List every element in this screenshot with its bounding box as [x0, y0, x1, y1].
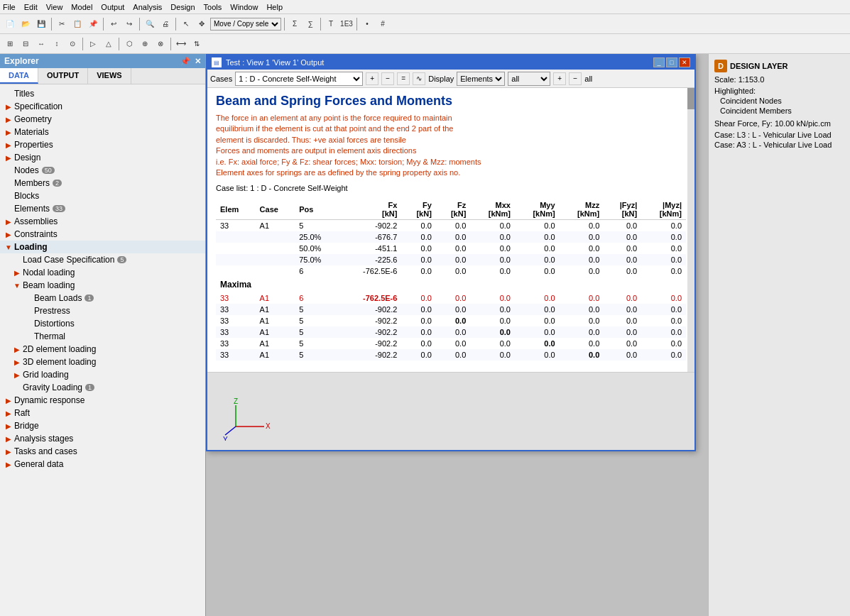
tree-item-nodal-loading[interactable]: ▶ Nodal loading: [0, 266, 205, 279]
mdi-maximize-btn[interactable]: □: [666, 57, 677, 67]
tree-item-elements[interactable]: Elements 33: [0, 202, 205, 215]
save-btn[interactable]: 💾: [34, 17, 48, 31]
tree-item-grid-loading[interactable]: ▶ Grid loading: [0, 368, 205, 381]
tb2-btn7[interactable]: △: [102, 37, 116, 51]
tree-item-loading[interactable]: ▼ Loading: [0, 241, 205, 253]
label-design: Design: [14, 153, 40, 163]
print-btn[interactable]: 🖨: [158, 17, 173, 31]
tb2-btn12[interactable]: ⇅: [190, 37, 204, 51]
explorer-pin[interactable]: 📌: [180, 57, 190, 66]
tree-item-constraints[interactable]: ▶ Constraints: [0, 228, 205, 241]
text-btn[interactable]: T: [324, 17, 338, 31]
svg-text:Z: Z: [234, 398, 238, 405]
tree-item-general-data[interactable]: ▶ General data: [0, 458, 205, 471]
tree-item-2d-element-loading[interactable]: ▶ 2D element loading: [0, 343, 205, 356]
tb2-btn3[interactable]: ↔: [34, 37, 48, 51]
mdi-eq-btn[interactable]: =: [397, 72, 410, 85]
tree-item-blocks[interactable]: Blocks: [0, 189, 205, 202]
mdi-wave-btn[interactable]: ∿: [413, 72, 425, 85]
tb2-btn9[interactable]: ⊕: [138, 37, 152, 51]
redo-btn[interactable]: ↪: [122, 17, 136, 31]
tb2-btn11[interactable]: ⟷: [174, 37, 188, 51]
tree-item-bridge[interactable]: ▶ Bridge: [0, 419, 205, 432]
cell-pos: 6: [295, 292, 339, 304]
menu-model[interactable]: Model: [71, 3, 92, 11]
menu-file[interactable]: File: [3, 3, 16, 11]
copy-btn[interactable]: 📋: [70, 17, 85, 31]
tb2-btn2[interactable]: ⊟: [18, 37, 33, 51]
tree-item-load-case-spec[interactable]: Load Case Specification 5: [0, 253, 205, 266]
mdi-plus2-btn[interactable]: +: [553, 72, 566, 85]
label-dynamic-response: Dynamic response: [14, 395, 85, 405]
explorer-close[interactable]: ✕: [195, 57, 201, 66]
new-btn[interactable]: 📄: [3, 17, 17, 31]
case-select[interactable]: 1 : D - Concrete Self-Weight: [235, 72, 363, 86]
tree-item-dynamic-response[interactable]: ▶ Dynamic response: [0, 394, 205, 407]
annotate-btn[interactable]: 1E3: [339, 17, 354, 31]
mdi-plus-btn[interactable]: +: [366, 72, 378, 85]
tree-item-materials[interactable]: ▶ Materials: [0, 126, 205, 138]
table-container[interactable]: Beam and Spring Forces and Moments The f…: [207, 88, 694, 372]
tb2-btn10[interactable]: ⊗: [153, 37, 168, 51]
all-select[interactable]: all: [508, 72, 550, 86]
tb2-btn1[interactable]: ⊞: [3, 37, 17, 51]
move-btn[interactable]: ✥: [195, 17, 209, 31]
tab-data[interactable]: DATA: [0, 68, 38, 84]
mdi-minimize-btn[interactable]: _: [653, 57, 665, 67]
paste-btn[interactable]: 📌: [86, 17, 100, 31]
mdi-minus2-btn[interactable]: −: [569, 72, 582, 85]
tb2-btn8[interactable]: ⬡: [122, 37, 136, 51]
menu-help[interactable]: Help: [266, 3, 283, 11]
tree-item-analysis-stages[interactable]: ▶ Analysis stages: [0, 432, 205, 445]
tree-item-titles[interactable]: Titles: [0, 87, 205, 100]
tree-item-design[interactable]: ▶ Design: [0, 151, 205, 164]
sum-btn[interactable]: ∑: [303, 17, 317, 31]
display-label: Display: [428, 75, 454, 83]
tree-item-gravity-loading[interactable]: Gravity Loading 1: [0, 381, 205, 394]
menu-view[interactable]: View: [46, 3, 63, 11]
menu-window[interactable]: Window: [230, 3, 258, 11]
tb2-btn5[interactable]: ⊙: [65, 37, 80, 51]
mdi-minus-btn[interactable]: −: [381, 72, 394, 85]
cut-btn[interactable]: ✂: [55, 17, 69, 31]
cell-pos: 5: [295, 304, 339, 315]
tab-output[interactable]: OUTPUT: [38, 68, 88, 84]
grid-btn[interactable]: #: [376, 17, 390, 31]
tree-item-nodes[interactable]: Nodes 50: [0, 164, 205, 177]
cell-fz: 0.0: [436, 304, 470, 315]
sigma-btn[interactable]: Σ: [288, 17, 302, 31]
zoom-btn[interactable]: 🔍: [143, 17, 157, 31]
tree-item-thermal[interactable]: Thermal: [0, 330, 205, 343]
main-toolbar: 📄 📂 💾 ✂ 📋 📌 ↩ ↪ 🔍 🖨 ↖ ✥ Move / Copy sele…: [0, 14, 850, 34]
tree-item-members[interactable]: Members 2: [0, 177, 205, 189]
open-btn[interactable]: 📂: [18, 17, 33, 31]
menu-edit[interactable]: Edit: [24, 3, 38, 11]
tree-item-properties[interactable]: ▶ Properties: [0, 138, 205, 151]
menu-design[interactable]: Design: [170, 3, 195, 11]
main-layout: Explorer 📌 ✕ DATA OUTPUT VIEWS Titles ▶ …: [0, 54, 850, 616]
tree-item-3d-element-loading[interactable]: ▶ 3D element loading: [0, 356, 205, 368]
tb2-btn6[interactable]: ▷: [86, 37, 100, 51]
menu-analysis[interactable]: Analysis: [133, 3, 162, 11]
tree-item-geometry[interactable]: ▶ Geometry: [0, 113, 205, 126]
menu-tools[interactable]: Tools: [204, 3, 222, 11]
tree-item-raft[interactable]: ▶ Raft: [0, 407, 205, 419]
tree-item-prestress[interactable]: Prestress: [0, 304, 205, 317]
explorer-title: Explorer: [4, 56, 39, 66]
node-btn[interactable]: •: [360, 17, 374, 31]
tree-item-beam-loads[interactable]: Beam Loads 1: [0, 292, 205, 304]
mdi-close-btn[interactable]: ✕: [679, 57, 690, 67]
select-btn[interactable]: ↖: [179, 17, 193, 31]
display-select[interactable]: Elements: [457, 72, 505, 86]
undo-btn[interactable]: ↩: [107, 17, 121, 31]
cell-mzz: 0.0: [560, 349, 604, 361]
move-copy-select[interactable]: Move / Copy sele: [210, 18, 281, 31]
tree-item-specification[interactable]: ▶ Specification: [0, 100, 205, 113]
menu-output[interactable]: Output: [101, 3, 124, 11]
tree-item-distortions[interactable]: Distortions: [0, 317, 205, 330]
tree-item-tasks-and-cases[interactable]: ▶ Tasks and cases: [0, 445, 205, 458]
tb2-btn4[interactable]: ↕: [50, 37, 64, 51]
tree-item-beam-loading[interactable]: ▼ Beam loading: [0, 279, 205, 292]
tree-item-assemblies[interactable]: ▶ Assemblies: [0, 215, 205, 228]
tab-views[interactable]: VIEWS: [88, 68, 131, 84]
